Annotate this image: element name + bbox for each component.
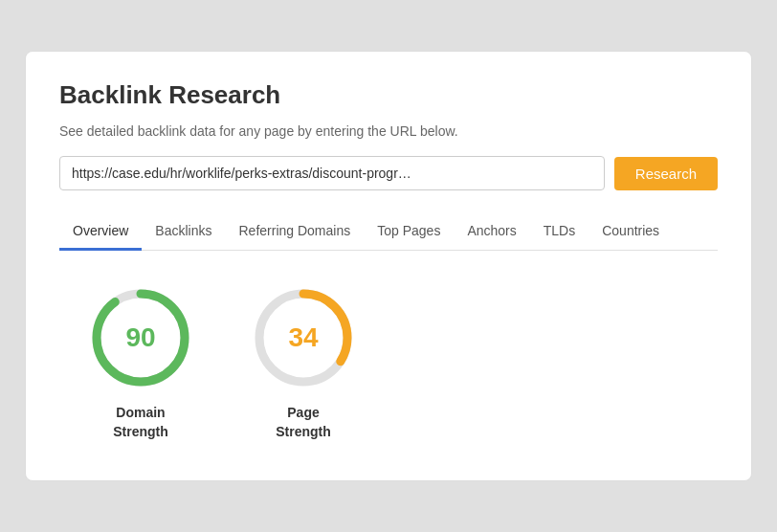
research-button[interactable]: Research	[614, 157, 718, 190]
tab-overview[interactable]: Overview	[59, 213, 142, 251]
page-strength-value: 34	[288, 322, 318, 353]
tabs-nav: OverviewBacklinksReferring DomainsTop Pa…	[59, 213, 718, 251]
tab-countries[interactable]: Countries	[588, 213, 673, 251]
subtitle: See detailed backlink data for any page …	[59, 123, 718, 139]
main-card: Backlink Research See detailed backlink …	[25, 51, 752, 480]
page-title: Backlink Research	[59, 80, 718, 110]
tab-tlds[interactable]: TLDs	[530, 213, 588, 251]
page-strength-circle: 34	[251, 285, 356, 390]
metrics-row: 90 DomainStrength 34 PageStrength	[59, 285, 718, 441]
tab-anchors[interactable]: Anchors	[454, 213, 529, 251]
url-input[interactable]	[59, 156, 605, 190]
domain-strength-value: 90	[125, 322, 155, 353]
domain-strength-circle: 90	[88, 285, 193, 390]
metric-domain-strength: 90 DomainStrength	[88, 285, 193, 441]
page-strength-label: PageStrength	[276, 404, 331, 441]
metric-page-strength: 34 PageStrength	[251, 285, 356, 441]
tab-top-pages[interactable]: Top Pages	[364, 213, 454, 251]
domain-strength-label: DomainStrength	[113, 404, 168, 441]
tab-backlinks[interactable]: Backlinks	[142, 213, 225, 251]
tab-referring-domains[interactable]: Referring Domains	[226, 213, 365, 251]
search-row: Research	[59, 156, 718, 190]
